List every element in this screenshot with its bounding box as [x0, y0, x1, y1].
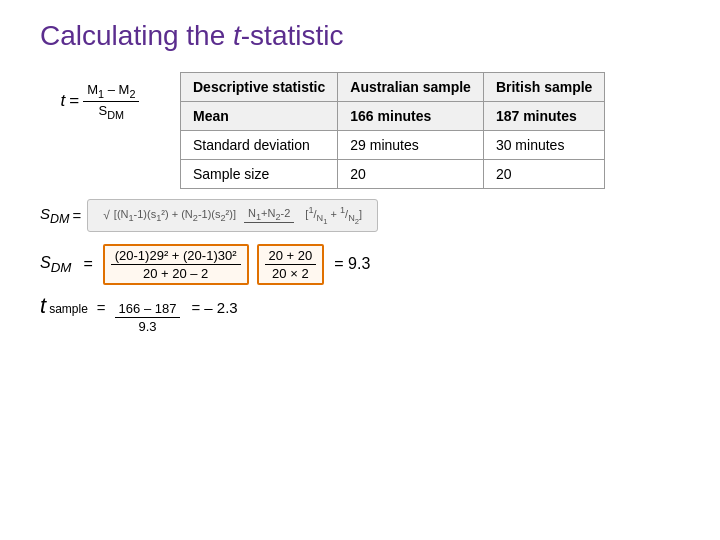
table-cell: 20	[483, 160, 604, 189]
table-row: Standard deviation29 minutes30 minutes	[181, 131, 605, 160]
table-row: Mean166 minutes187 minutes	[181, 102, 605, 131]
t-fraction: M1 – M2 SDM	[83, 82, 139, 120]
table-cell: 29 minutes	[338, 131, 484, 160]
table-cell: Standard deviation	[181, 131, 338, 160]
comp-sdm-label: SDM	[40, 254, 71, 275]
computation-line: SDM = (20-1)29² + (20-1)30² 20 + 20 – 2 …	[40, 244, 690, 285]
page: Calculating the t-statistic t = M1 – M2 …	[0, 0, 720, 540]
comp-times-den: 20 × 2	[268, 265, 313, 281]
comp-result: = 9.3	[334, 255, 370, 273]
table-cell: 20	[338, 160, 484, 189]
table-cell: 187 minutes	[483, 102, 604, 131]
table-cell: Sample size	[181, 160, 338, 189]
table-header-row: Descriptive statistic Australian sample …	[181, 73, 605, 102]
comp-fraction-box: (20-1)29² + (20-1)30² 20 + 20 – 2	[103, 244, 249, 285]
tsample-numerator: 166 – 187	[115, 301, 181, 318]
comp-times-box: 20 + 20 20 × 2	[257, 244, 325, 285]
table-cell: 166 minutes	[338, 102, 484, 131]
tsample-fraction: 166 – 187 9.3	[115, 301, 181, 334]
tsample-result: = – 2.3	[191, 299, 237, 316]
table-area: Descriptive statistic Australian sample …	[180, 72, 690, 189]
col-header-descriptive: Descriptive statistic	[181, 73, 338, 102]
tsample-denominator: 9.3	[134, 318, 160, 334]
comp-times-num: 20 + 20	[265, 248, 317, 265]
comp-fraction: (20-1)29² + (20-1)30² 20 + 20 – 2	[111, 248, 241, 281]
sdm-formula-row: SDM = √ [(N1-1)(s1²) + (N2-1)(s2²)] N1+N…	[40, 199, 690, 232]
page-title: Calculating the t-statistic	[40, 20, 690, 52]
table-cell: 30 minutes	[483, 131, 604, 160]
tsample-line: t sample = 166 – 187 9.3 = – 2.3	[40, 293, 690, 334]
t-label: t	[61, 91, 66, 111]
tsample-t: t	[40, 293, 46, 319]
table-cell: Mean	[181, 102, 338, 131]
col-header-australian: Australian sample	[338, 73, 484, 102]
sdm-formula-image: √ [(N1-1)(s1²) + (N2-1)(s2²)] N1+N2-2 [1…	[87, 199, 378, 232]
comp-numerator: (20-1)29² + (20-1)30²	[111, 248, 241, 265]
comp-times-fraction: 20 + 20 20 × 2	[265, 248, 317, 281]
comp-denominator: 20 + 20 – 2	[139, 265, 212, 281]
tsample-sub: sample	[49, 302, 88, 316]
t-formula-left: t = M1 – M2 SDM	[30, 82, 170, 120]
col-header-british: British sample	[483, 73, 604, 102]
table-row: Sample size2020	[181, 160, 605, 189]
statistics-table: Descriptive statistic Australian sample …	[180, 72, 605, 189]
content-area: t = M1 – M2 SDM Descriptive statistic	[30, 72, 690, 189]
